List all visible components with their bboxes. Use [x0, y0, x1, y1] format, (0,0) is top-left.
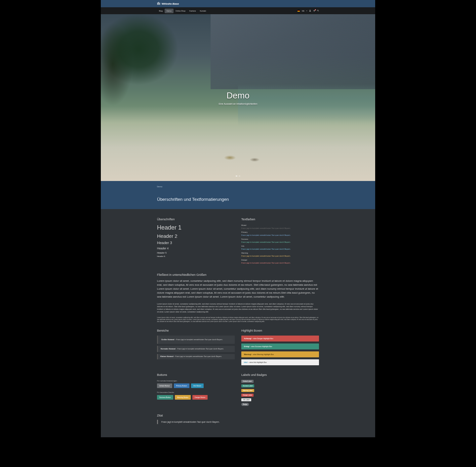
logo-icon: [157, 2, 160, 5]
color-sample-muted: Franz jagt im komplett verwahrlosten Tax…: [241, 227, 319, 229]
alert-al-danger: Achtung! – eine Danger Highlight Box: [241, 336, 319, 341]
svg-point-6: [317, 10, 318, 11]
label-bad: Badge: [241, 403, 249, 406]
color-sample-primary: Franz jagt im komplett verwahrlosten Tax…: [241, 234, 319, 236]
svg-point-3: [310, 10, 310, 11]
label-suc: Success Label: [241, 384, 254, 387]
panel-strong-1: Normaler Abstand: [161, 348, 176, 350]
svg-point-5: [314, 11, 315, 12]
nav-item-online-shop[interactable]: Online Shop: [174, 9, 187, 13]
button-def[interactable]: Default Button: [157, 383, 172, 388]
svg-rect-1: [158, 2, 159, 5]
section-title: Überschriften und Textformatierungen: [157, 197, 319, 202]
hero-title: Demo: [226, 90, 249, 101]
label-inf: Info Label: [241, 398, 251, 401]
color-label-warning: Warning: [241, 252, 319, 254]
button-dan[interactable]: Danger Button: [192, 395, 208, 400]
buttons-special-label: Für besondere Zwecke:: [157, 391, 235, 393]
button-suc[interactable]: Success Button: [157, 395, 173, 400]
panel-1: Normaler Abstand – Franz jagt im komplet…: [157, 346, 235, 352]
carousel-dot-1[interactable]: [236, 176, 237, 176]
nav-right: DE ▾ 0: [298, 10, 319, 12]
brand-name: Wëbsite-Base: [162, 2, 179, 5]
alert-strong-2: Warning!: [244, 353, 251, 355]
alert-al-info: Info! – eine Info Highlight Box: [241, 359, 319, 365]
alert-strong-0: Achtung!: [244, 338, 252, 340]
panel-0: Großer Abstand – Franz jagt im komplett …: [157, 336, 235, 344]
color-label-info: Info: [241, 245, 319, 247]
panel-text-2: – Franz jagt im komplett verwahrlosten T…: [174, 355, 222, 357]
carousel-dot-2[interactable]: [239, 176, 240, 176]
alert-text-0: – eine Danger Highlight Box: [252, 338, 273, 340]
flowtext-small: Lorem ipsum dolor sit amet, consetetur s…: [157, 317, 319, 323]
nav-item-demo[interactable]: Demo: [165, 9, 174, 13]
flowtext-title: Fließtext in unterschiedlichen Größen: [157, 273, 319, 276]
user-icon[interactable]: [309, 10, 311, 12]
cart-icon[interactable]: 0: [313, 10, 315, 12]
alert-al-success: Erfolg! – eine Success Highlight Box: [241, 343, 319, 349]
button-pri[interactable]: Primary Button: [174, 383, 189, 388]
alert-text-3: – eine Info Highlight Box: [248, 361, 267, 363]
textcolors-title: Textfarben: [241, 218, 319, 221]
color-sample-danger: Franz jagt im komplett verwahrlosten Tax…: [241, 262, 319, 264]
flowtext-large: Lorem ipsum dolor sit amet, consetetur s…: [157, 279, 319, 299]
alert-text-1: – eine Success Highlight Box: [250, 345, 272, 347]
svg-point-4: [314, 11, 314, 12]
bereiche-title: Bereiche: [157, 329, 235, 332]
alert-strong-1: Erfolg!: [244, 345, 250, 347]
buttons-title: Buttons: [157, 373, 235, 377]
color-label-muted: Muted: [241, 224, 319, 226]
textcolors-column: Textfarben MutedFranz jagt im komplett v…: [241, 218, 319, 264]
color-sample-success: Franz jagt im komplett verwahrlosten Tax…: [241, 241, 319, 243]
hero-foreground-decoration: [197, 148, 279, 168]
panel-strong-0: Großer Abstand: [161, 339, 174, 341]
hero-sky-decoration: [211, 14, 375, 89]
nav-item-karriere[interactable]: Karriere: [187, 9, 198, 13]
label-dan: Danger Label: [241, 394, 254, 397]
color-label-danger: Danger: [241, 259, 319, 261]
color-sample-info: Franz jagt im komplett verwahrlosten Tax…: [241, 248, 319, 250]
button-war[interactable]: Warning Button: [175, 395, 191, 400]
brand-logo[interactable]: Wëbsite-Base: [157, 2, 179, 5]
panel-text-0: – Franz jagt im komplett verwahrlosten T…: [174, 339, 223, 341]
nav-item-kontakt[interactable]: Kontakt: [198, 9, 208, 13]
headings-title: Überschriften: [157, 218, 235, 221]
flowtext-medium: Lorem ipsum dolor sit amet, consetetur s…: [157, 303, 319, 313]
panel-text-1: – Franz jagt im komplett verwahrlosten T…: [176, 348, 224, 350]
label-war: Warning Label: [241, 389, 254, 392]
lang-label[interactable]: DE: [302, 10, 304, 12]
breadcrumb-strip: Demo Überschriften und Textformatierunge…: [101, 181, 375, 209]
breadcrumb[interactable]: Demo: [157, 186, 319, 188]
cart-badge: 0: [315, 9, 316, 11]
color-sample-warning: Franz jagt im komplett verwahrlosten Tax…: [241, 255, 319, 257]
alert-text-2: – eine Warning Highlight Box: [251, 353, 274, 355]
svg-rect-2: [160, 3, 160, 5]
carousel-dots[interactable]: [236, 176, 240, 176]
highlight-title: Highlight Boxen: [241, 329, 319, 332]
button-inf[interactable]: Info Button: [191, 383, 204, 388]
color-label-primary: Primary: [241, 231, 319, 233]
hero-subtitle: Eine Auswahl an Inhaltsmöglichkeiten: [218, 103, 257, 105]
labels-column: Labels und Badges Default LabelSuccess L…: [241, 373, 319, 406]
navbar: BlogDemoOnline ShopKarriereKontakt DE ▾ …: [101, 7, 375, 14]
svg-rect-0: [157, 3, 158, 5]
blockquote: Franz jagt im komplett verwahrlosten Tax…: [157, 420, 319, 424]
buttons-normal-label: Für normale Anwendungen:: [157, 380, 235, 382]
zitat-title: Zitat: [157, 414, 319, 417]
header-1: Header 1: [157, 224, 235, 231]
header-4: Header 4: [157, 247, 235, 250]
bereiche-column: Bereiche Großer Abstand – Franz jagt im …: [157, 329, 235, 367]
highlight-column: Highlight Boxen Achtung! – eine Danger H…: [241, 329, 319, 367]
header-2: Header 2: [157, 233, 235, 239]
nav-left: BlogDemoOnline ShopKarriereKontakt: [157, 9, 208, 13]
nav-item-blog[interactable]: Blog: [157, 9, 165, 13]
header-3: Header 3: [157, 241, 235, 245]
header-6: Header 6: [157, 255, 235, 257]
chevron-down-icon: ▾: [306, 10, 307, 12]
color-label-success: Success: [241, 238, 319, 240]
buttons-column: Buttons Für normale Anwendungen: Default…: [157, 373, 235, 406]
label-def: Default Label: [241, 380, 254, 383]
search-icon[interactable]: [317, 10, 319, 12]
hero-banner: Demo Eine Auswahl an Inhaltsmöglichkeite…: [101, 14, 375, 181]
flag-de-icon: [298, 10, 300, 12]
